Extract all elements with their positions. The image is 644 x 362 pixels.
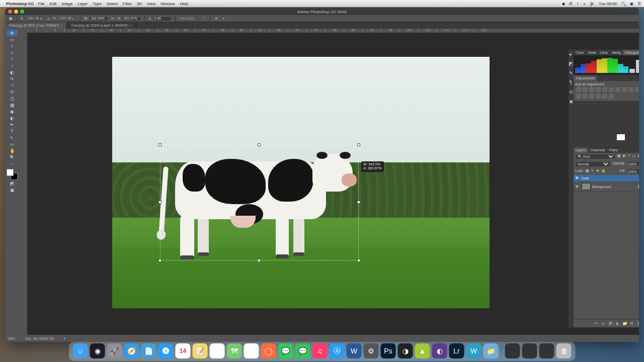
layer-thumb[interactable]	[582, 183, 591, 190]
handle-tc[interactable]	[258, 143, 261, 146]
tab-layers[interactable]: Layers	[574, 147, 588, 153]
dock-calendar[interactable]: 14	[176, 343, 191, 358]
delete-layer-icon[interactable]: 🗑	[636, 321, 639, 326]
layer-name[interactable]: Background	[592, 185, 611, 189]
adj-select-icon[interactable]	[602, 94, 607, 99]
adj-more-icon[interactable]	[609, 94, 614, 99]
handle-ml[interactable]	[158, 201, 162, 204]
menu-select[interactable]: Select	[107, 2, 118, 6]
dock-notes[interactable]: 📝	[193, 343, 208, 358]
h-input[interactable]	[122, 16, 141, 21]
tool-hand[interactable]: ✋	[7, 147, 18, 154]
tool-eraser[interactable]: ◫	[7, 95, 18, 102]
tab-lib[interactable]: Libra	[598, 50, 610, 55]
status-wifi-icon[interactable]: ⏚	[583, 2, 586, 6]
tool-gradient[interactable]: ▦	[7, 102, 18, 108]
dock-ps[interactable]: Ps	[381, 343, 396, 358]
collapsed-expand-icon[interactable]: ▸	[570, 51, 572, 57]
handle-bc[interactable]	[258, 259, 261, 262]
dock-appstore2[interactable]: 🅐	[158, 343, 174, 358]
dock-desk1[interactable]	[505, 343, 520, 358]
tab-channels[interactable]: Channels	[588, 147, 607, 153]
dock-messages2[interactable]: 💬	[295, 343, 310, 358]
tool-lasso[interactable]: ⌇	[7, 43, 18, 49]
dock-reminders[interactable]: ≣	[210, 343, 225, 358]
layer-row-cow[interactable]: 👁 Cow	[574, 175, 639, 182]
dock-purple[interactable]: ◐	[432, 343, 447, 358]
y-input[interactable]	[57, 16, 76, 21]
lock-pos-icon[interactable]: ✥	[596, 169, 599, 174]
filter-img-icon[interactable]: ▦	[617, 154, 621, 159]
tab-nav[interactable]: Navig	[610, 50, 623, 55]
status-notif-icon[interactable]: ☰	[637, 2, 641, 6]
tool-history[interactable]: ⟲	[7, 88, 18, 95]
dock-siri[interactable]: ◉	[90, 343, 105, 358]
fx-icon[interactable]: fx	[601, 321, 606, 326]
menu-type[interactable]: Type	[93, 2, 101, 6]
lock-trans-icon[interactable]: ▦	[586, 169, 589, 174]
layer-filter-select[interactable]: 🔍 Kind	[575, 154, 615, 159]
doc-tab-field[interactable]: Field.jpg @ 50% (Cow, RGB/8*) ×	[5, 22, 67, 29]
dock-w[interactable]: W	[466, 343, 481, 358]
handle-tl[interactable]	[158, 143, 162, 146]
status-doc[interactable]: Doc: 68.7M/98.7M	[25, 337, 54, 340]
tool-move[interactable]: ✥	[7, 30, 18, 36]
dock-word[interactable]: W	[347, 343, 362, 358]
tool-blur[interactable]: ◉	[7, 108, 18, 115]
filter-type-icon[interactable]: T	[628, 154, 630, 159]
dock-itunes[interactable]: ♫	[312, 343, 328, 358]
app-name[interactable]: Photoshop CC	[6, 2, 34, 6]
menu-help[interactable]: Help	[180, 2, 188, 6]
tool-heal[interactable]: ◐	[7, 69, 18, 75]
status-bt-icon[interactable]: ᚼ	[577, 2, 579, 6]
filter-shape-icon[interactable]: ▭	[632, 154, 636, 159]
layer-row-background[interactable]: 👁 Background 🔒	[574, 182, 639, 192]
opacity-input[interactable]	[627, 161, 639, 166]
tool-stamp[interactable]: ⎍	[7, 82, 18, 88]
collapsed-panel-icon[interactable]: ◩	[569, 61, 573, 66]
tab-histogram[interactable]: Histogram	[623, 50, 639, 55]
tool-brush[interactable]: ✎	[7, 75, 18, 82]
adj-invert-icon[interactable]	[576, 94, 581, 99]
status-vol-icon[interactable]: 🔊	[590, 2, 595, 6]
new-layer-icon[interactable]: ⊞	[629, 321, 634, 326]
visibility-icon[interactable]: 👁	[575, 185, 580, 189]
adj-mixer-icon[interactable]	[628, 87, 633, 92]
tool-type[interactable]: T	[7, 128, 18, 134]
lock-paint-icon[interactable]: ✎	[591, 169, 594, 174]
tab-swat[interactable]: Swat	[586, 50, 598, 55]
status-dropbox-icon[interactable]: ⊟	[569, 2, 573, 6]
status-chevron-icon[interactable]: ▸	[64, 336, 66, 340]
adj-levels-icon[interactable]	[583, 87, 588, 92]
status-cc-icon[interactable]: ◆	[562, 2, 565, 6]
adj-grad-icon[interactable]	[596, 94, 601, 99]
ruler-horizontal[interactable]: 0510152025303540455055606570758085909510…	[27, 29, 639, 33]
filter-smart-icon[interactable]: ◩	[638, 154, 639, 159]
adj-thresh-icon[interactable]	[589, 94, 594, 99]
tab-color[interactable]: Color	[574, 50, 586, 55]
dock-trash[interactable]: 🗑	[556, 343, 572, 358]
dock-finder[interactable]: ☺	[73, 343, 88, 358]
adj-post-icon[interactable]	[583, 94, 588, 99]
collapsed-panel-icon[interactable]: ✖	[569, 99, 573, 105]
group-icon[interactable]: 📁	[622, 321, 627, 326]
fg-color[interactable]	[7, 169, 14, 176]
dock-cam[interactable]: ◯	[261, 343, 276, 358]
tool-wand[interactable]: ✧	[7, 49, 18, 56]
dock-lr[interactable]: Lr	[449, 343, 464, 358]
tab-paths[interactable]: Paths	[607, 147, 620, 153]
dock-photos[interactable]: ✿	[244, 343, 259, 358]
collapsed-panel-icon[interactable]: ⟲	[569, 89, 573, 95]
dock-file[interactable]: 📄	[141, 343, 156, 358]
adj-exposure-icon[interactable]	[596, 87, 601, 92]
tool-pen[interactable]: ✒	[7, 121, 18, 128]
adj-photo-icon[interactable]	[622, 87, 627, 92]
dock-messages[interactable]: 💬	[278, 343, 293, 358]
canvas[interactable]: W: 342.5% H: 303.97%	[112, 57, 490, 308]
layer-name[interactable]: Cow	[582, 176, 589, 180]
tool-more[interactable]: ⋯	[7, 160, 18, 167]
collapsed-panel-icon[interactable]: ✎	[569, 70, 573, 76]
transform-pivot-icon[interactable]: ▦	[8, 16, 13, 21]
transform-bounding-box[interactable]	[160, 145, 359, 260]
x-input[interactable]	[25, 16, 44, 21]
